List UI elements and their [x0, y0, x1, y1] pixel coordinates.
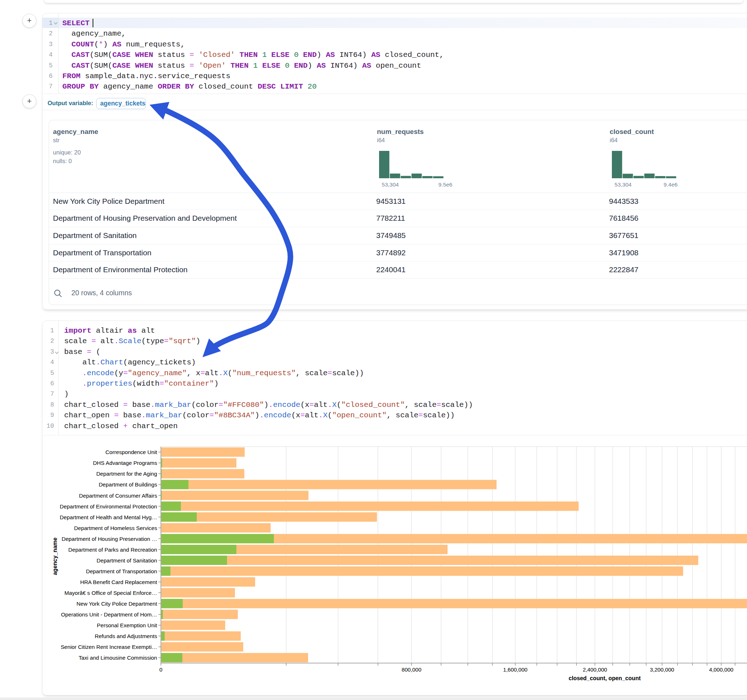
svg-text:Department of Homeless Service: Department of Homeless Services: [74, 525, 157, 531]
svg-text:Correspondence Unit: Correspondence Unit: [105, 449, 157, 455]
svg-text:Personal Exemption Unit: Personal Exemption Unit: [97, 622, 157, 628]
svg-text:Department of Housing Preserva: Department of Housing Preservation …: [62, 536, 157, 542]
svg-text:2,400,000: 2,400,000: [583, 667, 607, 673]
svg-text:Department of Sanitation: Department of Sanitation: [97, 557, 157, 564]
svg-text:Department of Environmental Pr: Department of Environmental Protection: [60, 503, 157, 510]
svg-text:Taxi and Limousine Commission: Taxi and Limousine Commission: [79, 655, 157, 661]
svg-text:Department for the Aging: Department for the Aging: [96, 471, 157, 477]
svg-text:Department of Parks and Recrea: Department of Parks and Recreation: [68, 547, 157, 553]
svg-text:Refunds and Adjustments: Refunds and Adjustments: [95, 633, 157, 639]
svg-text:Department of Health and Menta: Department of Health and Mental Hyg…: [60, 514, 157, 520]
svg-text:Department of Transportation: Department of Transportation: [86, 568, 157, 574]
svg-text:Department of Consumer Affairs: Department of Consumer Affairs: [79, 493, 157, 499]
svg-text:New York City Police Departmen: New York City Police Department: [76, 600, 157, 607]
svg-text:1,600,000: 1,600,000: [503, 667, 528, 673]
svg-text:Department of Buildings: Department of Buildings: [99, 481, 157, 487]
svg-text:agency_name: agency_name: [52, 538, 58, 575]
svg-text:0: 0: [159, 667, 162, 673]
svg-text:DHS Advantage Programs: DHS Advantage Programs: [93, 460, 157, 466]
svg-text:closed_count, open_count: closed_count, open_count: [569, 675, 641, 681]
svg-text:Senior Citizen Rent Increase E: Senior Citizen Rent Increase Exempti…: [60, 644, 157, 650]
svg-text:Operations Unit - Department o: Operations Unit - Department of Hom…: [61, 611, 157, 617]
svg-text:3,200,000: 3,200,000: [650, 667, 674, 673]
svg-text:Mayorâ€ s Office of Special En: Mayorâ€ s Office of Special Enforce…: [65, 590, 157, 596]
svg-text:4,000,000: 4,000,000: [709, 667, 734, 673]
svg-text:HRA Benefit Card Replacement: HRA Benefit Card Replacement: [80, 579, 157, 585]
svg-text:800,000: 800,000: [401, 667, 421, 673]
